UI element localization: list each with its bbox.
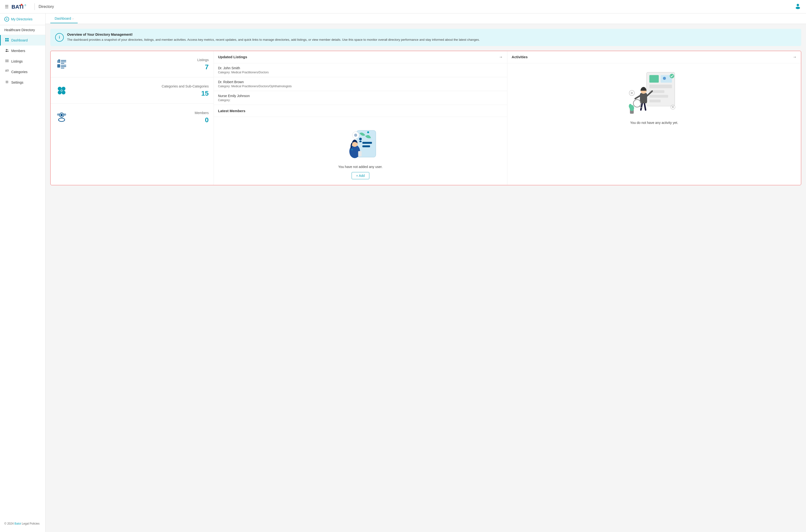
stat-categories-right: Categories and Sub-Categories 15 [162, 84, 209, 97]
info-banner: i Overview of Your Directory Management!… [50, 29, 801, 46]
svg-rect-67 [640, 93, 647, 103]
categories-icon [5, 70, 9, 74]
logo-svg: BAT I ® [12, 3, 31, 11]
updated-listings-title: Updated Listings [218, 55, 247, 59]
hamburger-icon[interactable]: ☰ [5, 4, 8, 10]
listings-label: Listings [11, 59, 22, 63]
info-icon: i [55, 33, 64, 42]
healthcare-label: Healthcare Directory [4, 28, 35, 32]
activities-empty-state: You do not have any activity yet. [507, 63, 801, 130]
user-icon[interactable] [794, 3, 801, 11]
svg-point-64 [663, 77, 666, 80]
circle-plus-icon: + [4, 17, 9, 22]
members-icon [5, 49, 9, 53]
svg-rect-59 [650, 84, 672, 88]
activities-column: Activities → [507, 51, 801, 185]
dashboard-label: Dashboard [11, 38, 28, 42]
updated-listings-arrow[interactable]: → [499, 55, 503, 59]
updated-listings-header: Updated Listings → [214, 51, 507, 63]
svg-rect-20 [57, 59, 58, 60]
listings-stat-label: Listings [197, 58, 209, 62]
stat-members: Members 0 [51, 104, 214, 130]
svg-rect-6 [5, 38, 7, 40]
dashboard-grid: Listings 7 [51, 51, 801, 185]
members-stat-icon [55, 111, 68, 124]
svg-point-48 [354, 133, 357, 137]
nav-directory-label: Directory [39, 4, 54, 9]
svg-point-46 [359, 141, 362, 142]
listing-item-2: Nurse Emily Johnson Category: [214, 91, 507, 105]
listings-list: Dr. John Smith Category: Medical Practit… [214, 63, 507, 105]
listing-category-1: Category: Medical Practitioners/Doctors/… [218, 84, 503, 88]
categories-stat-icon [55, 84, 68, 97]
svg-point-39 [58, 118, 65, 121]
svg-rect-61 [650, 95, 668, 97]
svg-point-2 [21, 4, 22, 6]
dashboard-grid-border: Listings 7 [50, 51, 801, 185]
svg-point-11 [5, 51, 7, 52]
tab-arrow-icon: › [72, 17, 73, 20]
latest-members-header: Latest Members [214, 105, 507, 117]
svg-point-38 [60, 114, 63, 116]
banner-text: Overview of Your Directory Management! T… [67, 33, 480, 42]
svg-rect-44 [362, 145, 370, 147]
activities-header: Activities → [507, 51, 801, 63]
sidebar-item-members[interactable]: Members [0, 45, 45, 56]
svg-rect-7 [7, 38, 8, 40]
stat-listings-right: Listings 7 [197, 58, 209, 71]
copyright-text: © 2024 [4, 522, 14, 525]
svg-point-5 [796, 7, 800, 9]
sidebar-item-listings[interactable]: Listings [0, 56, 45, 66]
main-content: Dashboard › i Overview of Your Directory… [45, 14, 806, 532]
listing-item-1: Dr. Robert Brown Category: Medical Pract… [214, 77, 507, 91]
listing-item-0: Dr. John Smith Category: Medical Practit… [214, 63, 507, 77]
activities-illustration [628, 69, 680, 117]
legal-text: Legal Policies [22, 522, 40, 525]
members-illustration: ★ [341, 123, 380, 161]
svg-rect-21 [57, 61, 60, 61]
sidebar: + My Directories Healthcare Directory Da… [0, 14, 45, 532]
sidebar-healthcare[interactable]: Healthcare Directory [0, 25, 45, 35]
logo: BAT I ® [12, 3, 31, 11]
svg-point-18 [6, 81, 8, 83]
add-user-button[interactable]: + Add [351, 172, 369, 179]
categories-label: Categories [11, 70, 27, 74]
categories-stat-value: 15 [162, 90, 209, 97]
svg-rect-62 [650, 99, 661, 102]
categories-stat-label: Categories and Sub-Categories [162, 84, 209, 88]
members-stat-value: 0 [195, 116, 209, 124]
tab-dashboard[interactable]: Dashboard › [50, 14, 78, 23]
svg-rect-57 [650, 75, 659, 82]
members-empty-state: ★ You have not added any user. + Add [214, 117, 507, 185]
svg-point-45 [359, 137, 362, 140]
stat-members-right: Members 0 [195, 111, 209, 124]
svg-text:BAT: BAT [12, 4, 22, 10]
svg-point-63 [670, 74, 674, 78]
svg-text:®: ® [24, 4, 26, 7]
activities-empty-text: You do not have any activity yet. [630, 121, 678, 125]
svg-rect-8 [5, 40, 7, 41]
stats-column: Listings 7 [51, 51, 214, 185]
sidebar-item-dashboard[interactable]: Dashboard [0, 35, 45, 45]
listing-name-1: Dr. Robert Brown [218, 80, 503, 84]
svg-point-41 [64, 113, 66, 116]
batoi-link[interactable]: Batoi [14, 522, 21, 525]
svg-point-74 [631, 92, 633, 94]
svg-point-10 [6, 49, 7, 50]
svg-point-55 [367, 131, 369, 133]
sidebar-item-categories[interactable]: Categories [0, 66, 45, 77]
svg-rect-43 [362, 142, 372, 144]
sidebar-item-settings[interactable]: Settings [0, 77, 45, 88]
members-label: Members [11, 49, 25, 53]
svg-point-4 [797, 4, 799, 6]
svg-point-12 [7, 49, 8, 50]
banner-description: The dashboard provides a snapshot of you… [67, 37, 480, 42]
listings-icon [5, 59, 9, 64]
sidebar-my-directories[interactable]: + My Directories [0, 14, 45, 25]
svg-point-76 [672, 106, 674, 108]
svg-rect-22 [57, 62, 59, 62]
settings-label: Settings [11, 80, 23, 84]
my-directories-label: My Directories [11, 17, 32, 21]
listing-name-2: Nurse Emily Johnson [218, 94, 503, 98]
activities-arrow[interactable]: → [793, 55, 797, 59]
